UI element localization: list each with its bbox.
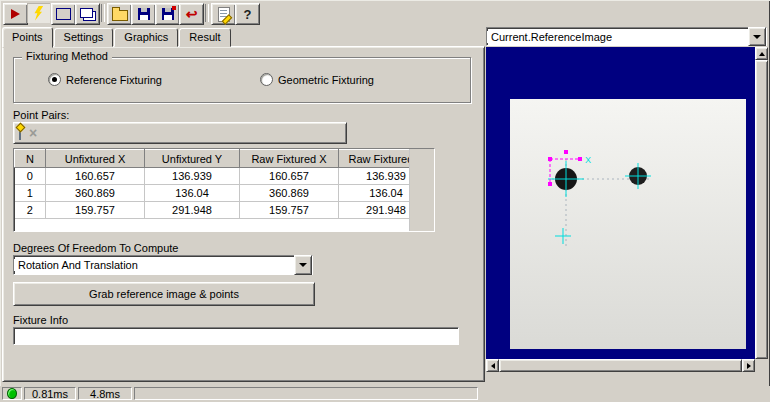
image-icon bbox=[56, 8, 71, 20]
scroll-right-button[interactable] bbox=[742, 359, 755, 372]
help-icon: ? bbox=[244, 8, 252, 21]
grid-header-row: N Unfixtured X Unfixtured Y Raw Fixtured… bbox=[15, 150, 434, 168]
points-tab-panel: Fixturing Method Reference Fixturing Geo… bbox=[2, 46, 485, 382]
col-header-uy[interactable]: Unfixtured Y bbox=[145, 150, 240, 168]
radio-geometric-fixturing[interactable]: Geometric Fixturing bbox=[260, 73, 374, 86]
scroll-up-button[interactable] bbox=[755, 47, 768, 60]
cell[interactable]: 160.657 bbox=[46, 168, 145, 185]
radio-label: Reference Fixturing bbox=[66, 74, 162, 86]
tab-settings[interactable]: Settings bbox=[54, 28, 114, 47]
add-point-pair-button[interactable] bbox=[19, 127, 21, 139]
tab-graphics[interactable]: Graphics bbox=[114, 28, 178, 47]
image-combo-dropdown-button[interactable] bbox=[748, 27, 766, 46]
table-row[interactable]: 0 160.657 136.939 160.657 136.939 bbox=[15, 168, 434, 185]
cell[interactable]: 159.757 bbox=[240, 202, 339, 219]
chevron-down-icon bbox=[299, 263, 307, 271]
page-pencil-icon bbox=[218, 7, 230, 22]
arrow-left-icon bbox=[488, 363, 495, 369]
main-toolbar: ↩ ? bbox=[0, 0, 770, 27]
open-folder-icon bbox=[112, 10, 128, 21]
help-button[interactable]: ? bbox=[235, 3, 260, 25]
table-row[interactable]: 1 360.869 136.04 360.869 136.04 bbox=[15, 185, 434, 202]
table-row[interactable]: 2 159.757 291.948 159.757 291.948 bbox=[15, 202, 434, 219]
reference-image-display[interactable]: X bbox=[486, 47, 755, 372]
cell[interactable]: 136.04 bbox=[145, 185, 240, 202]
group-label: Fixturing Method bbox=[22, 50, 112, 62]
radio-label: Geometric Fixturing bbox=[278, 74, 374, 86]
cell[interactable]: 360.869 bbox=[240, 185, 339, 202]
arrow-right-icon bbox=[747, 363, 754, 369]
grab-reference-button[interactable]: Grab reference image & points bbox=[13, 282, 315, 306]
status-time-primary: 0.81ms bbox=[24, 387, 76, 400]
h-scroll-thumb[interactable] bbox=[499, 359, 742, 372]
dof-combo-dropdown-button[interactable] bbox=[294, 255, 312, 275]
cell[interactable]: 0 bbox=[15, 168, 46, 185]
point-pairs-toolbar: × bbox=[13, 122, 347, 144]
fixture-tool-window: ↩ ? Points Settings Graphics Result Fixt… bbox=[0, 0, 770, 402]
fixture-info-label: Fixture Info bbox=[13, 314, 68, 326]
dof-label: Degrees Of Freedom To Compute bbox=[13, 242, 178, 254]
play-icon bbox=[11, 9, 20, 19]
floppy-plus-icon bbox=[162, 8, 174, 20]
fixture-info-input[interactable] bbox=[13, 327, 459, 345]
open-file-button[interactable] bbox=[107, 3, 132, 25]
h-scrollbar[interactable] bbox=[486, 359, 755, 372]
green-led-icon bbox=[7, 388, 17, 399]
cell[interactable]: 159.757 bbox=[46, 202, 145, 219]
status-time-secondary: 4.8ms bbox=[78, 387, 132, 400]
scrollbar-corner bbox=[755, 359, 768, 372]
dof-combo[interactable]: Rotation And Translation bbox=[13, 255, 313, 275]
point-pairs-grid[interactable]: N Unfixtured X Unfixtured Y Raw Fixtured… bbox=[13, 148, 435, 232]
v-scrollbar[interactable] bbox=[755, 47, 768, 372]
tab-bar: Points Settings Graphics Result bbox=[2, 28, 232, 47]
display-image-button[interactable] bbox=[51, 3, 76, 25]
tab-points[interactable]: Points bbox=[2, 27, 53, 48]
status-message-panel bbox=[134, 387, 478, 400]
col-header-rfx[interactable]: Raw Fixtured X bbox=[240, 150, 339, 168]
lightning-icon bbox=[34, 6, 44, 21]
delete-point-pair-button[interactable]: × bbox=[29, 126, 37, 140]
save-button[interactable] bbox=[131, 3, 156, 25]
toolbar-separator bbox=[101, 4, 105, 22]
undo-arrow-icon: ↩ bbox=[186, 7, 198, 21]
cell[interactable]: 360.869 bbox=[46, 185, 145, 202]
status-indicator bbox=[2, 387, 22, 400]
chevron-down-icon bbox=[753, 35, 761, 43]
status-bar: 0.81ms 4.8ms bbox=[0, 386, 770, 402]
dof-combo-value: Rotation And Translation bbox=[14, 259, 294, 271]
grid-filler bbox=[409, 149, 434, 231]
new-grid-icon bbox=[19, 126, 21, 140]
images-icon bbox=[80, 8, 93, 18]
axis-label-x: X bbox=[585, 155, 591, 165]
tab-result[interactable]: Result bbox=[179, 28, 230, 47]
col-header-n[interactable]: N bbox=[15, 150, 46, 168]
toolbar-separator bbox=[205, 4, 209, 22]
arrow-up-icon bbox=[759, 49, 765, 56]
run-button[interactable] bbox=[3, 3, 28, 25]
revert-button[interactable]: ↩ bbox=[179, 3, 204, 25]
cell[interactable]: 291.948 bbox=[145, 202, 240, 219]
radio-unselected-icon bbox=[260, 73, 273, 86]
cell[interactable]: 136.939 bbox=[145, 168, 240, 185]
image-source-combo[interactable]: Current.ReferenceImage bbox=[486, 27, 767, 46]
col-header-ux[interactable]: Unfixtured X bbox=[46, 150, 145, 168]
cell[interactable]: 1 bbox=[15, 185, 46, 202]
electric-run-button[interactable] bbox=[27, 3, 50, 23]
display-images-button[interactable] bbox=[75, 3, 100, 25]
image-display-frame: X bbox=[486, 47, 768, 385]
image-source-value: Current.ReferenceImage bbox=[487, 31, 748, 43]
radio-reference-fixturing[interactable]: Reference Fixturing bbox=[48, 73, 162, 86]
floppy-icon bbox=[138, 8, 150, 20]
cell[interactable]: 2 bbox=[15, 202, 46, 219]
photo-region bbox=[510, 99, 746, 349]
scroll-left-button[interactable] bbox=[486, 359, 499, 372]
point-pairs-label: Point Pairs: bbox=[13, 109, 69, 121]
v-scroll-thumb[interactable] bbox=[755, 60, 768, 359]
edit-report-button[interactable] bbox=[211, 3, 236, 25]
cell[interactable]: 160.657 bbox=[240, 168, 339, 185]
fixturing-method-group: Fixturing Method Reference Fixturing Geo… bbox=[13, 57, 471, 103]
save-image-button[interactable] bbox=[155, 3, 180, 25]
radio-selected-icon bbox=[48, 73, 61, 86]
